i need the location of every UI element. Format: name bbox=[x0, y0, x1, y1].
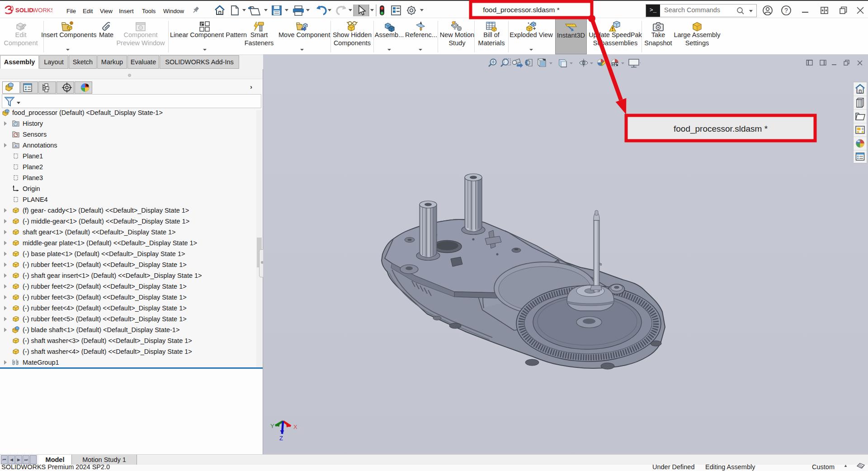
svg-text:X: X bbox=[293, 423, 297, 430]
svg-text:WORKS: WORKS bbox=[33, 7, 52, 14]
svg-text:SOLID: SOLID bbox=[15, 7, 33, 14]
svg-text:Z: Z bbox=[279, 435, 283, 441]
svg-text:?: ? bbox=[784, 7, 788, 14]
svg-text:Y: Y bbox=[270, 423, 274, 429]
